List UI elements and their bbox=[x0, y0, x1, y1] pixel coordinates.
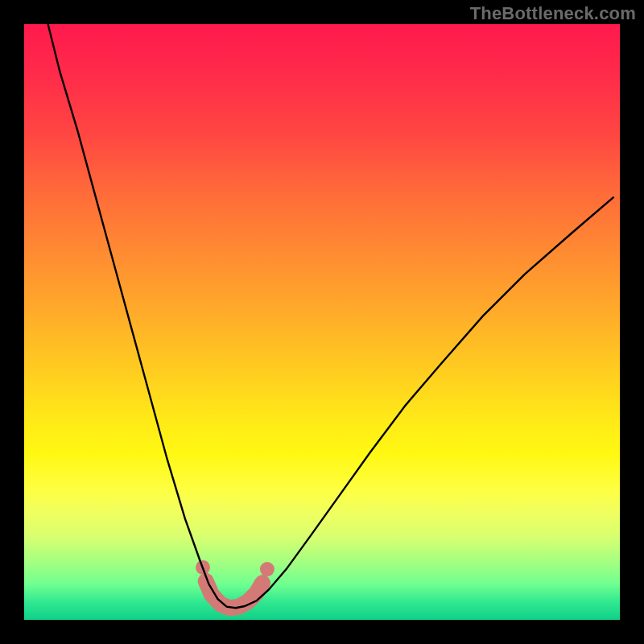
watermark-text: TheBottleneck.com bbox=[470, 3, 636, 24]
plot-area bbox=[24, 24, 620, 620]
bottleneck-curve bbox=[48, 24, 614, 608]
optimal-range-dot-right bbox=[260, 562, 275, 576]
chart-container: TheBottleneck.com bbox=[0, 0, 644, 644]
chart-svg bbox=[24, 24, 620, 620]
